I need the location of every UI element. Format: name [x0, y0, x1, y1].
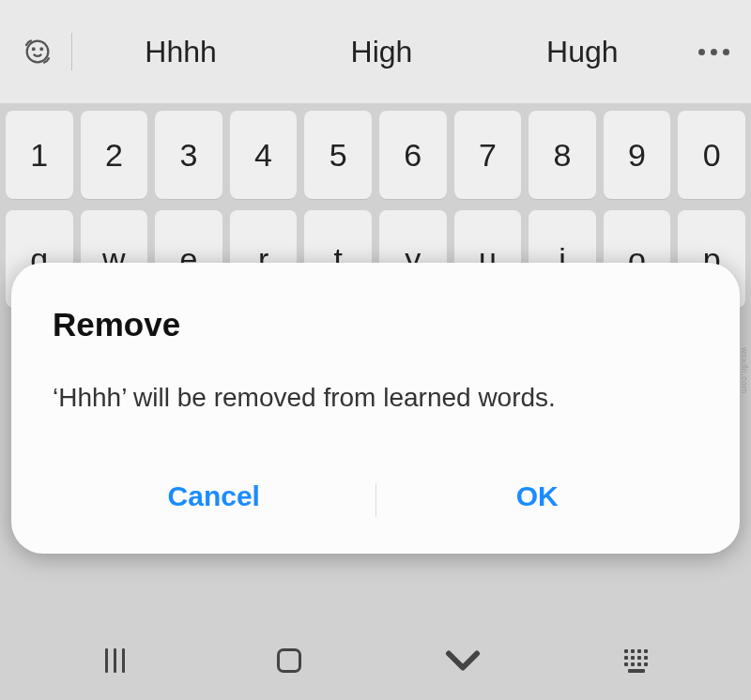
key-6[interactable]: 6 — [379, 111, 447, 199]
key-7[interactable]: 7 — [454, 111, 522, 199]
key-4[interactable]: 4 — [230, 111, 298, 199]
dialog-actions: Cancel OK — [53, 464, 698, 537]
suggestion-bar: Hhhh High Hugh — [0, 0, 751, 103]
svg-point-1 — [33, 48, 35, 50]
separator — [71, 33, 72, 70]
key-8[interactable]: 8 — [529, 111, 596, 199]
keyboard-switch-icon[interactable] — [608, 649, 665, 673]
key-3[interactable]: 3 — [155, 111, 222, 199]
back-button[interactable] — [435, 632, 491, 689]
key-9[interactable]: 9 — [604, 111, 671, 199]
cancel-button[interactable]: Cancel — [53, 464, 376, 537]
suggestion-list: Hhhh High Hugh — [78, 25, 685, 79]
key-5[interactable]: 5 — [304, 111, 372, 199]
suggestion-item[interactable]: High — [332, 25, 432, 79]
home-button[interactable] — [261, 648, 317, 673]
remove-dialog: Remove ‘Hhhh’ will be removed from learn… — [11, 263, 740, 554]
key-1[interactable]: 1 — [6, 111, 73, 199]
svg-point-2 — [40, 48, 42, 50]
emoji-toggle-icon[interactable] — [9, 36, 66, 68]
suggestion-item[interactable]: Hhhh — [126, 25, 236, 79]
key-2[interactable]: 2 — [81, 111, 148, 199]
more-icon[interactable] — [685, 49, 742, 55]
dialog-message: ‘Hhhh’ will be removed from learned word… — [53, 381, 698, 415]
recent-apps-button[interactable] — [87, 648, 144, 673]
keyboard-number-row: 1 2 3 4 5 6 7 8 9 0 — [6, 111, 745, 199]
key-0[interactable]: 0 — [678, 111, 745, 199]
watermark: wsxdn.com — [740, 347, 749, 394]
svg-point-0 — [27, 41, 49, 63]
ok-button[interactable]: OK — [376, 464, 699, 537]
dialog-title: Remove — [53, 306, 698, 343]
navigation-bar — [0, 631, 751, 691]
suggestion-item[interactable]: Hugh — [528, 25, 637, 79]
